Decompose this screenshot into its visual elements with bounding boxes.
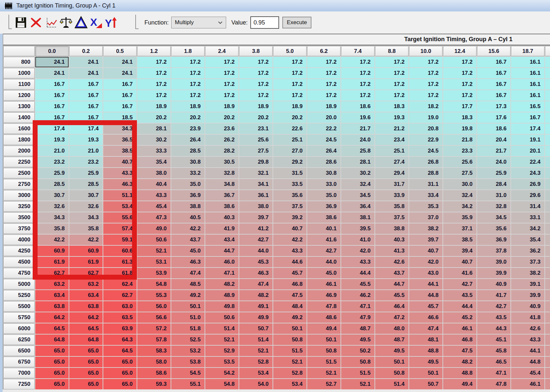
table-cell[interactable]: 50.8 <box>273 335 307 345</box>
table-cell[interactable]: 42.2 <box>69 235 103 245</box>
table-cell[interactable]: 42.7 <box>239 235 273 245</box>
table-cell[interactable]: 44.7 <box>375 279 408 289</box>
table-cell-partial[interactable] <box>545 312 550 323</box>
table-cell[interactable]: 21.0 <box>69 146 103 156</box>
table-cell[interactable]: 39.9 <box>477 268 510 278</box>
table-cell-partial[interactable] <box>545 135 550 145</box>
table-cell[interactable]: 18.3 <box>443 112 476 123</box>
table-cell[interactable]: 18.9 <box>205 101 239 112</box>
table-cell[interactable]: 32.8 <box>205 168 239 178</box>
column-header-18.7[interactable]: 18.7 <box>511 46 544 56</box>
row-header-6750[interactable]: 6750 <box>3 357 35 367</box>
column-header-5.0[interactable]: 5.0 <box>273 46 307 56</box>
table-cell[interactable]: 50.8 <box>307 346 341 356</box>
value-input[interactable] <box>250 16 279 29</box>
table-cell[interactable]: 17.2 <box>205 79 239 90</box>
table-cell[interactable]: 17.2 <box>375 90 408 101</box>
table-cell[interactable]: 38.8 <box>375 223 408 234</box>
row-header-5250[interactable]: 5250 <box>3 290 35 301</box>
table-cell[interactable]: 33.0 <box>307 179 341 189</box>
table-cell[interactable]: 24.1 <box>69 57 103 67</box>
table-cell[interactable]: 51.5 <box>341 368 375 378</box>
table-cell[interactable]: 19.3 <box>375 112 408 123</box>
table-cell[interactable]: 43.5 <box>443 290 476 301</box>
table-cell[interactable]: 20.2 <box>205 112 239 123</box>
table-cell-partial[interactable] <box>545 301 550 312</box>
table-cell[interactable]: 31.7 <box>375 179 408 189</box>
table-cell[interactable]: 30.8 <box>307 168 341 178</box>
table-cell[interactable]: 63.8 <box>69 301 103 312</box>
table-cell[interactable]: 33.4 <box>409 190 442 201</box>
table-cell[interactable]: 65.0 <box>35 379 69 389</box>
delta-button[interactable] <box>74 15 88 30</box>
table-cell[interactable]: 55.1 <box>171 379 205 389</box>
table-cell[interactable]: 54.0 <box>239 379 273 389</box>
table-cell[interactable]: 64.5 <box>103 346 137 356</box>
table-cell[interactable]: 47.3 <box>137 212 171 223</box>
column-header-1.2[interactable]: 1.2 <box>137 46 171 56</box>
table-cell[interactable]: 34.8 <box>205 179 239 189</box>
table-cell[interactable]: 37.5 <box>273 201 307 212</box>
table-cell[interactable]: 26.2 <box>205 135 239 145</box>
table-cell[interactable]: 47.1 <box>477 368 510 378</box>
table-cell-partial[interactable] <box>545 190 550 201</box>
table-cell[interactable]: 16.7 <box>69 90 103 101</box>
table-cell[interactable]: 47.5 <box>443 346 476 356</box>
table-cell[interactable]: 23.4 <box>375 135 408 145</box>
table-cell[interactable]: 47.1 <box>341 301 375 312</box>
table-cell[interactable]: 46.2 <box>341 290 375 301</box>
table-cell[interactable]: 48.7 <box>375 335 408 345</box>
column-header-partial[interactable] <box>545 46 550 56</box>
table-cell[interactable]: 45.1 <box>477 335 510 345</box>
table-cell[interactable]: 38.5 <box>103 146 137 156</box>
table-cell[interactable]: 24.3 <box>511 168 544 178</box>
table-cell[interactable]: 16.1 <box>511 57 544 67</box>
table-cell[interactable]: 24.0 <box>341 135 375 145</box>
row-header-1800[interactable]: 1800 <box>3 135 35 145</box>
row-header-1000[interactable]: 1000 <box>3 68 35 78</box>
table-cell[interactable]: 48.1 <box>409 335 442 345</box>
table-cell[interactable]: 24.0 <box>477 157 510 167</box>
table-cell[interactable]: 35.3 <box>409 201 442 212</box>
table-cell[interactable]: 49.4 <box>307 323 341 334</box>
table-cell[interactable]: 19.6 <box>341 112 375 123</box>
table-cell[interactable]: 55.6 <box>103 212 137 223</box>
graph-button[interactable] <box>44 15 58 30</box>
table-cell[interactable]: 52.9 <box>205 346 239 356</box>
table-cell[interactable]: 46.8 <box>273 279 307 289</box>
column-header-12.4[interactable]: 12.4 <box>443 46 476 56</box>
row-header-1100[interactable]: 1100 <box>3 79 35 90</box>
table-cell[interactable]: 44.1 <box>409 279 442 289</box>
table-cell[interactable]: 16.7 <box>103 101 137 112</box>
table-cell[interactable]: 65.0 <box>35 357 69 367</box>
table-cell[interactable]: 24.5 <box>409 146 442 156</box>
table-cell[interactable]: 46.3 <box>239 268 273 278</box>
table-cell[interactable]: 17.2 <box>171 57 205 67</box>
table-cell[interactable]: 26.4 <box>171 135 205 145</box>
table-cell[interactable]: 16.1 <box>511 79 544 90</box>
table-cell-partial[interactable] <box>545 168 550 178</box>
table-cell[interactable]: 51.0 <box>171 312 205 323</box>
table-cell[interactable]: 61.9 <box>69 257 103 267</box>
table-cell[interactable]: 60.9 <box>69 246 103 256</box>
table-cell[interactable]: 46.1 <box>307 279 341 289</box>
table-cell[interactable]: 16.7 <box>35 79 69 90</box>
table-cell[interactable]: 39.4 <box>443 246 476 256</box>
save-button[interactable] <box>14 15 28 30</box>
table-cell[interactable]: 48.8 <box>409 346 442 356</box>
table-cell[interactable]: 63.9 <box>103 323 137 334</box>
table-cell[interactable]: 25.1 <box>273 135 307 145</box>
column-header-0.0[interactable]: 0.0 <box>35 46 69 56</box>
table-cell[interactable]: 42.7 <box>307 246 341 256</box>
table-cell[interactable]: 60.9 <box>35 246 69 256</box>
table-cell[interactable]: 18.9 <box>137 101 171 112</box>
table-cell[interactable]: 40.7 <box>103 157 137 167</box>
table-cell[interactable]: 41.6 <box>443 268 476 278</box>
table-cell[interactable]: 44.1 <box>511 346 544 356</box>
table-cell[interactable]: 27.5 <box>239 146 273 156</box>
table-cell[interactable]: 64.5 <box>35 323 69 334</box>
table-cell[interactable]: 28.5 <box>35 179 69 189</box>
row-header-2750[interactable]: 2750 <box>3 179 35 189</box>
row-header-1300[interactable]: 1300 <box>3 101 35 112</box>
table-cell[interactable]: 41.2 <box>239 223 273 234</box>
